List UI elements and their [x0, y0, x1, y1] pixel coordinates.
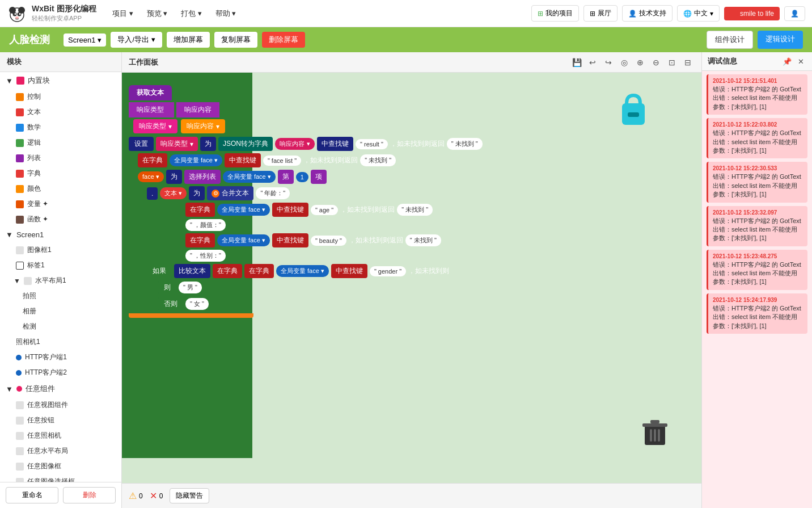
nav-preview[interactable]: 预览 ▾	[141, 5, 174, 22]
block-face-var[interactable]: face ▾	[138, 171, 164, 182]
import-export-btn[interactable]: 导入/导出 ▾	[111, 32, 162, 48]
block-json-convert[interactable]: JSON转为字典	[218, 137, 273, 151]
gallery-icon: ⊞	[590, 10, 595, 18]
sidebar-item-color[interactable]: 颜色	[0, 181, 121, 196]
error-count: 0	[159, 492, 163, 500]
svg-point-6	[19, 13, 21, 15]
sidebar-item-arb-hlayout[interactable]: 任意水平布局	[0, 443, 121, 459]
sidebar-item-hlayout[interactable]: ▼ 水平布局1	[0, 273, 121, 288]
sidebar-item-variable[interactable]: 变量 ✦	[0, 196, 121, 212]
block-compare-text[interactable]: 比较文本	[174, 264, 210, 278]
sidebar-item-camera1[interactable]: 照相机1	[0, 334, 121, 350]
debug-pin-btn[interactable]: 📌	[781, 56, 793, 67]
target-btn[interactable]: ◎	[618, 56, 631, 69]
sidebar-item-control[interactable]: 控制	[0, 89, 121, 104]
logic-design-btn[interactable]: 逻辑设计	[758, 31, 803, 49]
block-global-face-1[interactable]: 全局变量 face ▾	[170, 154, 222, 166]
nav-project[interactable]: 项目 ▾	[107, 5, 139, 22]
debug-entry: 2021-10-12 15:22:03.802错误：HTTP客户端2 的 Got…	[707, 118, 807, 158]
gallery-btn[interactable]: ⊞ 展厅	[583, 5, 618, 22]
arb-image-icon	[16, 463, 24, 471]
sidebar-item-arb-camera[interactable]: 任意照相机	[0, 428, 121, 443]
nav-help[interactable]: 帮助 ▾	[210, 5, 242, 22]
trash-area[interactable]	[642, 418, 667, 449]
delete-screen-btn[interactable]: 删除屏幕	[262, 32, 305, 48]
save-btn[interactable]: 💾	[570, 56, 583, 69]
hide-warn-btn[interactable]: 隐藏警告	[170, 488, 209, 503]
sidebar-item-image1[interactable]: 图像框1	[0, 242, 121, 258]
block-resp-type-set[interactable]: 响应类型 ▾	[156, 137, 198, 151]
debug-panel: 调试信息 📌 ✕ 2021-10-12 15:21:51.401错误：HTTP客…	[701, 52, 812, 508]
svg-rect-11	[642, 423, 667, 427]
block-find-key-4: 中查找键	[272, 233, 308, 247]
block-gender-key: " gender "	[370, 266, 406, 276]
sidebar-item-detect[interactable]: 检测	[0, 319, 121, 334]
avatar-icon: 👤	[790, 10, 799, 18]
block-global-face-4[interactable]: 全局变量 face ▾	[217, 234, 270, 246]
block-set[interactable]: 设置	[129, 137, 154, 151]
fit-btn[interactable]: ⊡	[665, 56, 679, 69]
second-bar: 人脸检测 Screen1 ▾ 导入/导出 ▾ 增加屏幕 复制屏幕 删除屏幕 组件…	[0, 27, 812, 52]
block-select-list: 选择列表	[184, 170, 221, 184]
sidebar-item-dict[interactable]: 字典	[0, 166, 121, 181]
color-icon	[16, 185, 24, 193]
nav-build[interactable]: 打包 ▾	[175, 5, 208, 22]
block-resp-content-dd[interactable]: 响应内容 ▾	[181, 119, 225, 133]
workspace-canvas[interactable]: 获取文本 响应类型 响应内容 响应类型 ▾ 响应内容 ▾ 设置 响应类型 ▾ 为	[122, 73, 701, 483]
block-resp-content-val[interactable]: 响应内容 ▾	[275, 138, 315, 150]
block-merge-btn[interactable]: ⚙ 合并文本	[207, 186, 253, 200]
zoom-in-btn[interactable]: ⊕	[633, 56, 647, 69]
hlayout-icon	[24, 277, 32, 285]
user-btn[interactable]: smile to life	[724, 7, 780, 20]
sidebar-item-arb-image[interactable]: 任意图像框	[0, 459, 121, 474]
block-text-dd[interactable]: 文本 ▾	[160, 187, 187, 199]
block-resp-type-label: 响应类型	[129, 102, 174, 117]
sidebar-item-function[interactable]: 函数 ✦	[0, 212, 121, 227]
debug-time: 2021-10-12 15:22:03.802	[713, 121, 803, 128]
redo-btn[interactable]: ↪	[602, 56, 615, 69]
sidebar-item-photo[interactable]: 拍照	[0, 288, 121, 304]
block-global-face-5[interactable]: 全局变量 face ▾	[276, 265, 329, 277]
workspace-actions: 💾 ↩ ↪ ◎ ⊕ ⊖ ⊡ ⊟	[570, 56, 695, 69]
block-header[interactable]: 获取文本	[129, 85, 172, 100]
screen-selector[interactable]: Screen1 ▾	[64, 33, 106, 47]
block-resp-type-dd[interactable]: 响应类型 ▾	[133, 119, 177, 133]
error-item: ✕ 0	[150, 490, 163, 501]
component-design-btn[interactable]: 组件设计	[707, 31, 753, 49]
sidebar-item-album[interactable]: 相册	[0, 304, 121, 319]
debug-entry: 2021-10-12 15:23:32.097错误：HTTP客户端2 的 Got…	[707, 206, 807, 246]
sidebar-group-builtin-header[interactable]: ▼ 内置块	[0, 72, 121, 89]
sidebar-item-list[interactable]: 列表	[0, 150, 121, 166]
main-area: 模块 ▼ 内置块 控制 文本 数学 逻辑	[0, 52, 812, 508]
block-not-found-3: " 未找到 "	[397, 204, 433, 216]
sidebar-item-math[interactable]: 数学	[0, 120, 121, 135]
sidebar-item-arb-btn[interactable]: 任意按钮	[0, 413, 121, 428]
my-project-btn[interactable]: ⊞ 我的项目	[531, 5, 579, 22]
zoom-out-btn[interactable]: ⊖	[649, 56, 663, 69]
math-icon	[16, 124, 24, 132]
add-screen-btn[interactable]: 增加屏幕	[167, 32, 210, 48]
sidebar-item-logic[interactable]: 逻辑	[0, 135, 121, 150]
tech-support-btn[interactable]: 👤 技术支持	[622, 5, 673, 22]
sidebar-group-arbitrary-header[interactable]: ▼ 任意组件	[0, 380, 121, 397]
debug-close-btn[interactable]: ✕	[795, 56, 806, 67]
block-global-face-3[interactable]: 全局变量 face ▾	[217, 204, 270, 216]
undo-btn[interactable]: ↩	[586, 56, 599, 69]
sidebar-item-http2[interactable]: HTTP客户端2	[0, 365, 121, 380]
block-no: 第	[278, 170, 294, 184]
sidebar-item-http1[interactable]: HTTP客户端1	[0, 350, 121, 365]
user-avatar[interactable]: 👤	[784, 6, 805, 21]
block-global-face-2[interactable]: 全局变量 face ▾	[223, 171, 276, 183]
delete-btn[interactable]: 删除	[63, 487, 116, 503]
language-btn[interactable]: 🌐 中文 ▾	[677, 5, 720, 22]
rename-btn[interactable]: 重命名	[6, 487, 58, 503]
sidebar-item-arb-view[interactable]: 任意视图组件	[0, 397, 121, 413]
sidebar-item-label1[interactable]: 标签1	[0, 258, 121, 273]
block-in-dict-nested: 在字典	[213, 264, 242, 278]
expand-btn[interactable]: ⊟	[681, 56, 695, 69]
block-if[interactable]: 如果	[147, 264, 172, 278]
warn-count: 0	[139, 492, 143, 500]
copy-screen-btn[interactable]: 复制屏幕	[214, 32, 257, 48]
sidebar-group-screen1-header[interactable]: ▼ Screen1	[0, 227, 121, 242]
sidebar-item-text[interactable]: 文本	[0, 104, 121, 120]
